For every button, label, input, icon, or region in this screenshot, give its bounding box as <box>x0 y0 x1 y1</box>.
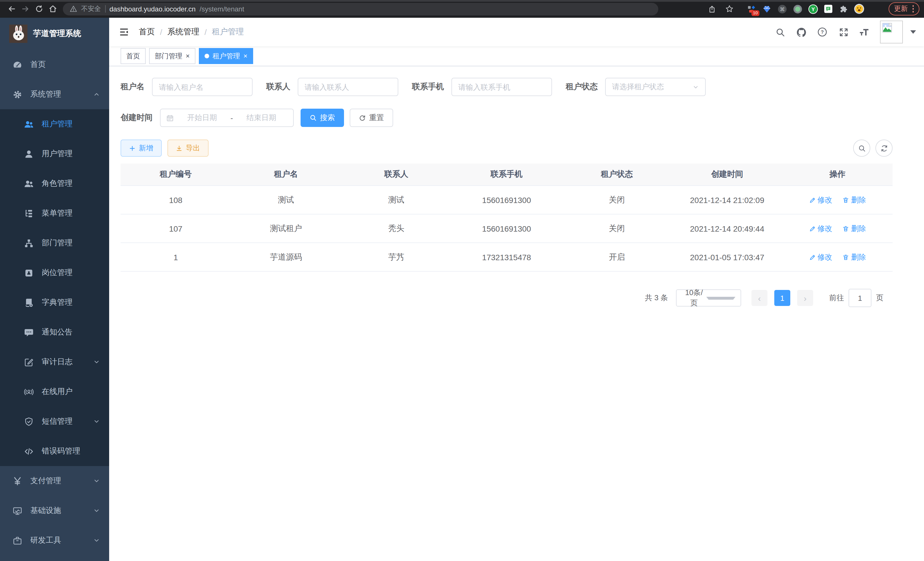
breadcrumb-system[interactable]: 系统管理 <box>167 27 200 37</box>
logo-row[interactable]: 芋道管理系统 <box>0 18 109 50</box>
users-icon <box>24 119 34 129</box>
cell-contact-mobile: 17321315478 <box>452 243 562 271</box>
edit-link[interactable]: 修改 <box>809 252 832 262</box>
date-range-picker[interactable]: 开始日期 - 结束日期 <box>160 109 294 127</box>
svg-text:Y: Y <box>811 6 814 12</box>
tab-tenant-active[interactable]: 租户管理 × <box>199 48 253 64</box>
sitemap-icon <box>24 238 34 248</box>
table-utilities <box>853 140 892 157</box>
extension-icon-gem[interactable] <box>761 3 772 15</box>
sidebar-item-infra[interactable]: 基础设施 <box>0 496 109 526</box>
cell-tenant-id: 1 <box>121 243 231 271</box>
field-label: 租户状态 <box>566 82 598 92</box>
prev-page-button[interactable]: ‹ <box>752 290 767 306</box>
tenant-name-input[interactable] <box>152 78 253 96</box>
sidebar-item-pay[interactable]: 支付管理 <box>0 466 109 496</box>
add-button[interactable]: 新增 <box>121 140 162 157</box>
comment-icon <box>24 327 34 337</box>
cell-contact-mobile: 15601691300 <box>452 186 562 214</box>
calendar-icon <box>166 114 174 122</box>
extension-icon-chat[interactable] <box>823 3 834 15</box>
browser-forward-button[interactable] <box>18 2 32 16</box>
cell-contact-name: 芋艿 <box>341 243 452 271</box>
pagination-goto: 前往 页 <box>829 289 884 307</box>
delete-link[interactable]: 删除 <box>843 252 866 262</box>
export-button[interactable]: 导出 <box>167 140 208 157</box>
sidebar-item-audit-log[interactable]: 审计日志 <box>0 347 109 377</box>
browser-home-button[interactable] <box>46 2 59 16</box>
search-button[interactable]: 搜索 <box>301 109 344 127</box>
menu-label: 系统管理 <box>30 89 61 99</box>
github-link[interactable] <box>795 26 807 38</box>
contact-mobile-input[interactable] <box>452 78 552 96</box>
emoji-avatar-icon <box>854 3 865 14</box>
sidebar-item-user[interactable]: 用户管理 <box>0 139 109 169</box>
browser-back-button[interactable] <box>4 2 18 16</box>
toggle-search-button[interactable] <box>853 140 870 157</box>
extensions-puzzle-button[interactable] <box>838 3 849 15</box>
goto-page-input[interactable] <box>849 289 872 307</box>
sidebar-item-tenant[interactable]: 租户管理 <box>0 109 109 139</box>
edit-link[interactable]: 修改 <box>809 223 832 234</box>
chevron-up-icon <box>93 91 100 98</box>
address-bar[interactable]: 不安全 dashboard.yudao.iocoder.cn/system/te… <box>63 3 658 15</box>
avatar-dropdown-caret[interactable] <box>910 30 916 34</box>
user-avatar[interactable] <box>880 21 903 44</box>
page-size-select[interactable]: 10条/页 <box>676 289 741 307</box>
sidebar-item-dept[interactable]: 部门管理 <box>0 228 109 258</box>
tab-label: 部门管理 <box>155 51 182 61</box>
extension-icon-command[interactable]: ⌘ <box>776 3 788 15</box>
contact-name-input[interactable] <box>298 78 398 96</box>
edit-label: 修改 <box>818 252 832 262</box>
extension-icon-green-profile[interactable] <box>792 3 803 15</box>
cell-actions: 修改 删除 <box>782 243 892 271</box>
sidebar-item-post[interactable]: 岗位管理 <box>0 258 109 288</box>
delete-link[interactable]: 删除 <box>843 223 866 234</box>
breadcrumb-home[interactable]: 首页 <box>139 27 155 37</box>
sidebar-item-notice[interactable]: 通知公告 <box>0 317 109 347</box>
cell-tenant-status: 关闭 <box>562 186 672 214</box>
sidebar-collapse-button[interactable] <box>118 26 130 38</box>
extension-icon-adblock[interactable]: 10 <box>746 3 757 15</box>
reset-button[interactable]: 重置 <box>350 109 393 127</box>
help-button[interactable]: ? <box>817 26 828 38</box>
page-number-1[interactable]: 1 <box>774 290 790 306</box>
sidebar-item-sms[interactable]: 短信管理 <box>0 407 109 436</box>
col-tenant-name: 租户名 <box>231 164 341 186</box>
sidebar-item-dict[interactable]: 字典管理 <box>0 288 109 317</box>
filter-contact-mobile: 联系手机 <box>412 78 552 96</box>
extension-icon-y[interactable]: Y <box>807 3 819 15</box>
next-page-button[interactable]: › <box>797 290 813 306</box>
tenant-status-select[interactable]: 请选择租户状态 <box>605 78 706 96</box>
breadcrumb-separator: / <box>160 27 162 37</box>
fullscreen-button[interactable] <box>838 26 849 38</box>
app-window: 芋道管理系统 首页 系统管理 租户管理 用户管理 <box>0 18 924 561</box>
browser-reload-button[interactable] <box>32 2 46 16</box>
goto-unit: 页 <box>876 293 884 303</box>
browser-update-menu[interactable]: 更新 <box>888 2 920 15</box>
tab-home[interactable]: 首页 <box>121 48 146 64</box>
sidebar-item-home[interactable]: 首页 <box>0 50 109 80</box>
sidebar-item-system[interactable]: 系统管理 <box>0 80 109 109</box>
bookmark-button[interactable] <box>723 2 736 16</box>
sidebar-item-menu[interactable]: 菜单管理 <box>0 199 109 228</box>
share-button[interactable] <box>705 2 718 16</box>
sidebar-item-dev-tools[interactable]: 研发工具 <box>0 526 109 555</box>
refresh-table-button[interactable] <box>875 140 892 157</box>
sidebar-item-error-code[interactable]: 错误码管理 <box>0 436 109 466</box>
sidebar-item-role[interactable]: 角色管理 <box>0 169 109 199</box>
edit-icon <box>809 225 816 232</box>
refresh-icon <box>880 144 888 152</box>
tab-dept[interactable]: 部门管理 × <box>149 48 195 64</box>
edit-link[interactable]: 修改 <box>809 195 832 205</box>
header-search-button[interactable] <box>774 26 786 38</box>
menu-label: 通知公告 <box>42 327 73 337</box>
sidebar-item-online-users[interactable]: 在线用户 <box>0 377 109 407</box>
font-size-button[interactable] <box>859 26 870 38</box>
tab-close-icon[interactable]: × <box>186 53 190 59</box>
url-domain: dashboard.yudao.iocoder.cn <box>110 5 196 13</box>
tab-close-icon[interactable]: × <box>243 53 248 59</box>
browser-actions: 10 ⌘ Y 更新 <box>705 2 920 16</box>
profile-avatar-button[interactable] <box>854 3 865 15</box>
delete-link[interactable]: 删除 <box>843 195 866 205</box>
